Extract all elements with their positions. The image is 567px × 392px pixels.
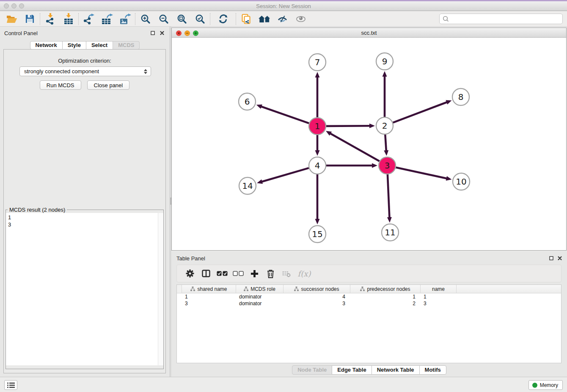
table-row[interactable]: 3dominator323 — [177, 300, 561, 307]
result-scrollbar[interactable] — [158, 213, 163, 365]
cell-predecessor-nodes[interactable]: 1 — [350, 294, 421, 300]
edge-4-14[interactable] — [257, 168, 309, 184]
node-4[interactable]: 4 — [309, 157, 326, 174]
zoom-selected-button[interactable] — [191, 12, 209, 26]
export-network-button[interactable] — [80, 12, 98, 26]
node-14[interactable]: 14 — [239, 177, 256, 194]
show-column-button[interactable] — [198, 266, 214, 281]
table-row[interactable]: 1dominator411 — [177, 293, 561, 300]
column-header-mcds-role[interactable]: MCDS role — [236, 285, 284, 293]
network-canvas[interactable]: 7968124314101511 — [172, 38, 566, 250]
tab-network-table[interactable]: Network Table — [372, 365, 420, 375]
tab-node-table[interactable]: Node Table — [292, 365, 332, 375]
memory-button[interactable]: Memory — [528, 380, 563, 390]
row-gutter — [177, 285, 182, 293]
run-mcds-button[interactable]: Run MCDS — [40, 80, 81, 90]
edge-2-9[interactable] — [383, 71, 387, 117]
cell-name[interactable]: 3 — [421, 301, 457, 306]
node-6[interactable]: 6 — [239, 93, 256, 110]
delete-table-button[interactable] — [278, 266, 295, 281]
add-column-button[interactable] — [246, 266, 262, 281]
tab-edge-table[interactable]: Edge Table — [332, 365, 372, 375]
column-header-shared-name[interactable]: shared name — [182, 285, 236, 293]
cell-successor-nodes[interactable]: 4 — [284, 294, 350, 300]
cell-mcds-role[interactable]: dominator — [236, 301, 284, 306]
open-session-button[interactable] — [3, 12, 21, 26]
deselect-all-checks-button[interactable] — [230, 266, 246, 281]
node-2[interactable]: 2 — [376, 117, 393, 134]
apply-function-button[interactable]: f(x) — [295, 266, 314, 281]
zoom-in-button[interactable] — [136, 12, 154, 26]
column-header-name[interactable]: name — [421, 285, 457, 293]
column-header-predecessor-nodes[interactable]: predecessor nodes — [350, 285, 421, 293]
search-box[interactable] — [439, 14, 563, 24]
network-view-window: scc.txt 7968124314101511 — [171, 28, 567, 251]
node-1[interactable]: 1 — [309, 118, 326, 135]
toolbar-separator — [210, 13, 210, 25]
cell-successor-nodes[interactable]: 3 — [284, 301, 350, 306]
table-float-button[interactable] — [549, 256, 554, 261]
close-panel-button-mcds[interactable]: Close panel — [87, 80, 130, 90]
edge-1-7[interactable] — [315, 72, 320, 117]
edge-3-1[interactable] — [326, 131, 380, 161]
task-history-button[interactable] — [4, 380, 17, 390]
tab-motifs[interactable]: Motifs — [419, 365, 446, 375]
delete-column-button[interactable] — [262, 266, 278, 281]
close-panel-button[interactable] — [160, 30, 165, 36]
node-10[interactable]: 10 — [453, 173, 470, 190]
save-session-button[interactable] — [21, 12, 39, 26]
zoom-fit-button[interactable] — [173, 12, 191, 26]
edge-3-10[interactable] — [396, 167, 452, 180]
first-neighbors-button[interactable] — [255, 12, 273, 26]
node-9[interactable]: 9 — [376, 53, 393, 70]
cell-mcds-role[interactable]: dominator — [236, 294, 284, 300]
node-7[interactable]: 7 — [309, 54, 326, 71]
cell-predecessor-nodes[interactable]: 2 — [350, 301, 421, 306]
edge-4-3[interactable] — [326, 163, 377, 168]
node-3[interactable]: 3 — [379, 157, 396, 174]
tab-style[interactable]: Style — [62, 41, 86, 50]
refresh-icon — [218, 14, 228, 24]
criterion-dropdown[interactable]: strongly connected component — [19, 66, 151, 76]
float-panel-button[interactable] — [150, 30, 155, 36]
control-panel-tabs: NetworkStyleSelectMCDS — [0, 41, 170, 50]
cell-shared-name[interactable]: 1 — [182, 294, 236, 300]
table-options-button[interactable] — [182, 266, 198, 281]
cell-shared-name[interactable]: 3 — [182, 301, 236, 306]
import-network-button[interactable] — [41, 12, 59, 26]
node-table-header: shared nameMCDS rolesuccessor nodesprede… — [177, 285, 561, 293]
export-image-button[interactable] — [116, 12, 134, 26]
app-titlebar: Session: New Session — [0, 1, 567, 11]
edge-1-2[interactable] — [326, 124, 375, 128]
tab-select[interactable]: Select — [86, 41, 113, 50]
edge-2-8[interactable] — [393, 100, 452, 123]
node-15[interactable]: 15 — [309, 226, 326, 243]
tab-network[interactable]: Network — [30, 41, 63, 50]
table-close-button[interactable] — [557, 256, 562, 261]
double-home-icon — [258, 14, 271, 24]
node-8[interactable]: 8 — [452, 88, 469, 105]
edge-1-4[interactable] — [315, 135, 320, 156]
node-11[interactable]: 11 — [382, 224, 399, 241]
refresh-view-button[interactable] — [211, 12, 235, 26]
hide-selected-button[interactable] — [273, 12, 292, 26]
show-all-button[interactable] — [292, 12, 310, 26]
edge-3-11[interactable] — [387, 174, 392, 223]
cell-name[interactable]: 1 — [421, 294, 457, 300]
edge-2-3[interactable] — [384, 135, 388, 156]
mcds-tab-content: Optimization criterion: strongly connect… — [3, 49, 166, 373]
search-input[interactable] — [451, 15, 562, 23]
column-header-successor-nodes[interactable]: successor nodes — [284, 285, 350, 293]
select-all-checks-button[interactable] — [214, 266, 230, 281]
import-table-button[interactable] — [59, 12, 77, 26]
clone-network-button[interactable] — [237, 12, 255, 26]
edge-1-6[interactable] — [256, 105, 309, 123]
export-table-button[interactable] — [98, 12, 116, 26]
edge-4-15[interactable] — [315, 174, 320, 224]
mcds-result-text[interactable]: 13 — [6, 213, 163, 365]
zoom-out-button[interactable] — [154, 12, 173, 26]
node-label: 8 — [458, 92, 464, 102]
tab-mcds[interactable]: MCDS — [113, 41, 140, 50]
hierarchy-icon — [294, 287, 299, 291]
toolbar-separator — [236, 13, 236, 25]
